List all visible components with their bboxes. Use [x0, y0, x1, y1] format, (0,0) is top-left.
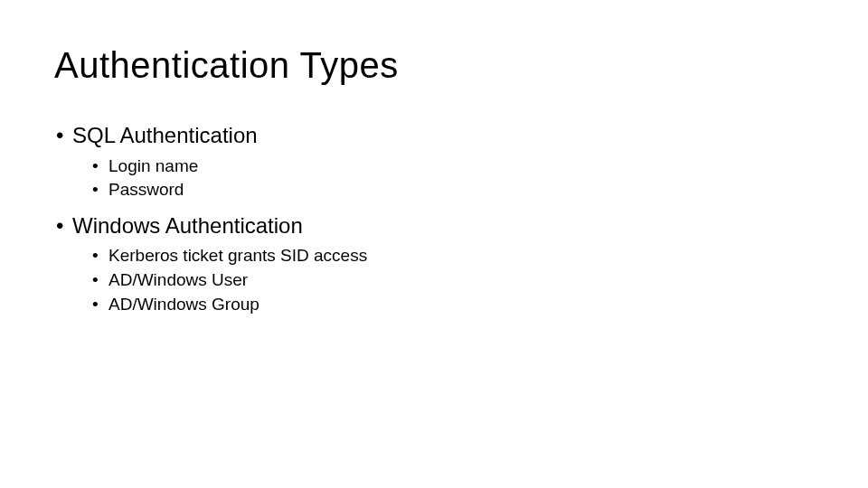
list-subitem: Login name: [54, 155, 814, 178]
list-item: Windows Authentication: [54, 211, 814, 241]
slide-title: Authentication Types: [54, 45, 814, 86]
content-list: SQL Authentication Login name Password W…: [54, 120, 814, 315]
list-subitem: Kerberos ticket grants SID access: [54, 244, 814, 267]
list-subitem: Password: [54, 178, 814, 202]
list-subitem: AD/Windows User: [54, 268, 814, 292]
list-subitem: AD/Windows Group: [54, 293, 814, 316]
list-item: SQL Authentication: [54, 120, 814, 151]
